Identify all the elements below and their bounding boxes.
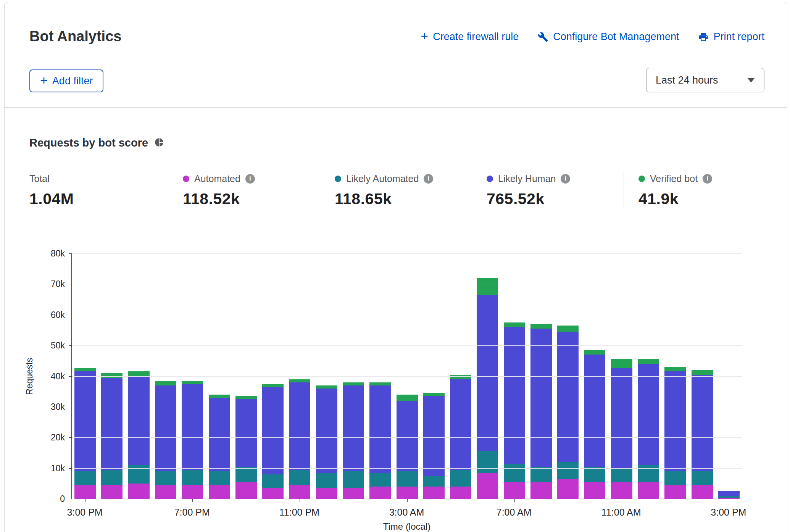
stat-likely-automated-label: Likely Automated (346, 173, 419, 184)
bar-segment (664, 371, 686, 471)
add-filter-button[interactable]: Add filter (29, 69, 103, 92)
bar-11-00-pm[interactable] (289, 379, 310, 499)
configure-bot-management-link[interactable]: Configure Bot Management (538, 31, 679, 43)
header-actions: Create firewall rule Configure Bot Manag… (421, 31, 764, 43)
bar-5-00-am[interactable] (450, 375, 471, 499)
likely-human-legend-dot (487, 176, 493, 182)
y-tick-label: 30k (51, 401, 65, 412)
bar-1-00-am[interactable] (343, 382, 364, 499)
y-tick-label: 70k (51, 279, 65, 289)
bar-segment (450, 375, 471, 379)
bar-5-00-pm[interactable] (128, 371, 150, 499)
bar-4-00-am[interactable] (423, 393, 445, 499)
x-tick-label: 7:00 AM (497, 507, 532, 518)
x-axis-title: Time (local) (71, 521, 742, 532)
x-tick-mark (192, 499, 193, 502)
stat-likely-human-value: 765.52k (487, 190, 616, 208)
bar-4-00-pm[interactable] (101, 373, 123, 499)
bar-8-00-pm[interactable] (209, 395, 230, 499)
bar-8-00-am[interactable] (530, 324, 552, 499)
bar-3-00-pm[interactable] (74, 368, 96, 499)
automated-legend-dot (183, 176, 189, 182)
bar-segment (584, 355, 605, 466)
bar-6-00-am[interactable] (477, 278, 498, 499)
bar-segment (611, 482, 632, 499)
bar-segment (450, 379, 471, 470)
bar-segment (477, 278, 498, 295)
plus-icon (421, 31, 428, 43)
bar-segment (557, 462, 579, 479)
bar-segment (155, 485, 176, 499)
bar-7-00-pm[interactable] (182, 381, 203, 499)
bar-3-00-pm[interactable] (718, 491, 740, 499)
bar-10-00-pm[interactable] (262, 384, 284, 499)
stats-row: Total 1.04M Automated 118.52k Likely Aut… (29, 172, 775, 208)
time-range-select[interactable]: Last 24 hours (646, 68, 764, 92)
gridline (72, 284, 742, 284)
info-icon[interactable] (561, 174, 570, 184)
bar-12-00-am[interactable] (316, 385, 337, 499)
x-tick-mark (407, 499, 408, 502)
bar-segment (182, 470, 203, 485)
gridline (72, 315, 742, 315)
bar-segment (155, 381, 176, 385)
info-icon[interactable] (245, 174, 255, 184)
bar-segment (397, 487, 418, 499)
stat-verified-bot-label: Verified bot (650, 173, 698, 184)
bar-segment (584, 467, 605, 482)
bar-segment (74, 471, 96, 485)
stat-automated-value: 118.52k (183, 190, 312, 208)
time-range-value: Last 24 hours (656, 74, 718, 86)
bar-segment (209, 471, 230, 485)
bar-6-00-pm[interactable] (155, 381, 176, 499)
stat-total-value: 1.04M (29, 190, 160, 208)
bar-segment (638, 364, 659, 465)
x-tick-label: 11:00 AM (601, 507, 641, 518)
y-tick-mark (69, 499, 72, 499)
y-tick-label: 50k (51, 340, 65, 351)
bar-3-00-am[interactable] (397, 395, 418, 499)
bar-2-00-am[interactable] (369, 382, 391, 499)
bar-segment (692, 375, 713, 471)
bar-segment (477, 473, 498, 499)
info-icon[interactable] (424, 174, 433, 184)
bar-segment (611, 368, 632, 468)
bar-segment (664, 367, 686, 371)
bar-segment (718, 491, 740, 496)
bar-segment (316, 488, 337, 499)
bar-segment (530, 329, 552, 467)
bar-7-00-am[interactable] (504, 322, 525, 499)
x-tick-label: 3:00 PM (67, 507, 103, 518)
bar-segment (638, 465, 659, 482)
y-tick-label: 80k (51, 248, 65, 259)
stat-likely-automated-value: 118.65k (335, 190, 464, 208)
wrench-icon (538, 32, 548, 42)
bar-12-00-pm[interactable] (638, 359, 659, 499)
bar-segment (530, 324, 552, 329)
bar-segment (316, 473, 337, 488)
bar-segment (235, 399, 257, 467)
create-firewall-rule-link[interactable]: Create firewall rule (421, 31, 519, 43)
bar-9-00-pm[interactable] (235, 396, 257, 499)
x-tick-label: 11:00 PM (279, 507, 319, 518)
bar-9-00-am[interactable] (557, 326, 579, 499)
y-tick-mark (69, 253, 72, 254)
print-report-link[interactable]: Print report (698, 31, 764, 43)
bar-segment (343, 385, 364, 471)
bar-2-00-pm[interactable] (692, 370, 713, 499)
bar-segment (289, 382, 310, 470)
x-tick-mark (85, 499, 85, 502)
bar-segment (504, 482, 525, 499)
bar-segment (638, 359, 659, 364)
bar-1-00-pm[interactable] (664, 367, 686, 499)
info-icon[interactable] (703, 174, 712, 184)
bar-segment (182, 384, 203, 470)
bar-segment (182, 381, 203, 384)
x-tick-mark (300, 499, 300, 502)
bar-segment (289, 485, 310, 499)
y-tick-mark (69, 468, 72, 469)
y-tick-mark (69, 315, 72, 315)
y-axis-labels: 010k20k30k40k50k60k70k80k (5, 253, 65, 499)
bar-11-00-am[interactable] (611, 359, 632, 499)
bar-10-00-am[interactable] (584, 350, 605, 499)
